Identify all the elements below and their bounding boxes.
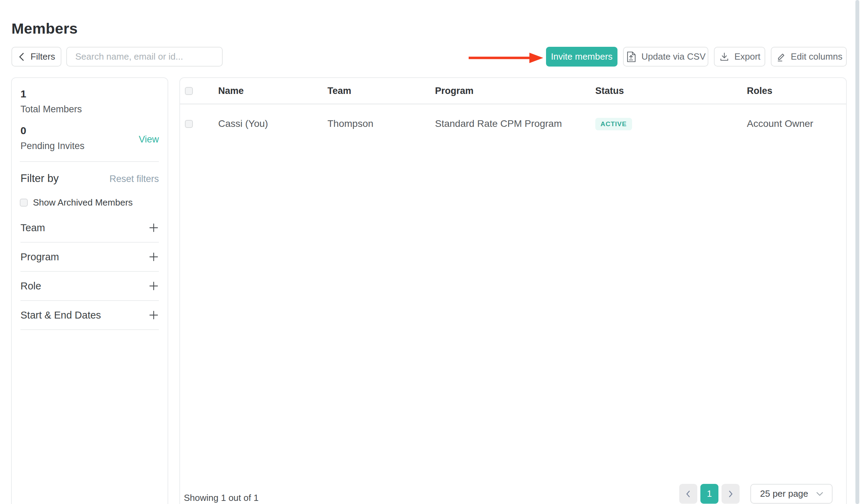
show-archived-checkbox[interactable] [20, 199, 28, 207]
filter-group-label: Role [20, 280, 41, 292]
chevron-left-icon [684, 489, 692, 498]
download-icon [719, 51, 730, 62]
page-number-button[interactable]: 1 [700, 484, 718, 504]
search-input[interactable] [66, 47, 223, 67]
pagination: 1 [679, 484, 740, 504]
showing-count-text: Showing 1 out of 1 [184, 493, 258, 504]
pencil-icon [775, 51, 786, 62]
export-button[interactable]: Export [714, 47, 765, 67]
member-team-cell: Thompson [327, 118, 435, 129]
export-label: Export [734, 51, 760, 62]
scrollbar-thumb[interactable] [855, 0, 859, 504]
filter-list: Team Program Role Start & End Dates [20, 214, 159, 330]
next-page-button[interactable] [722, 484, 740, 504]
sidebar-divider [20, 161, 159, 162]
plus-icon[interactable] [148, 310, 159, 320]
page-title: Members [11, 20, 78, 37]
filter-group-label: Start & End Dates [20, 310, 101, 321]
total-members-stat: 1 Total Members [20, 88, 159, 114]
per-page-value: 25 per page [760, 488, 808, 499]
filter-group-program[interactable]: Program [20, 243, 159, 272]
filters-button[interactable]: Filters [11, 47, 61, 67]
member-name-cell: Cassi (You) [218, 118, 327, 129]
members-table-panel: Name Team Program Status Roles Cassi (Yo… [179, 77, 847, 504]
member-roles-cell: Account Owner [747, 118, 846, 129]
reset-filters-link[interactable]: Reset filters [109, 174, 159, 184]
filter-group-label: Team [20, 222, 45, 234]
row-checkbox[interactable] [185, 120, 193, 128]
column-header-status: Status [595, 86, 747, 96]
table-header-row: Name Team Program Status Roles [180, 78, 846, 104]
plus-icon[interactable] [148, 281, 159, 291]
toolbar-right: Invite members Update via CSV Export [546, 47, 847, 67]
show-archived-label: Show Archived Members [33, 197, 133, 208]
column-header-program: Program [435, 86, 595, 96]
plus-icon[interactable] [148, 223, 159, 233]
filter-group-team[interactable]: Team [20, 214, 159, 243]
plus-icon[interactable] [148, 252, 159, 262]
scrollbar-track [855, 0, 860, 504]
filter-group-label: Program [20, 251, 59, 263]
column-header-name: Name [218, 86, 327, 96]
total-members-count: 1 [20, 88, 159, 99]
show-archived-row: Show Archived Members [20, 197, 159, 208]
column-header-roles: Roles [747, 86, 846, 96]
table-row[interactable]: Cassi (You) Thompson Standard Rate CPM P… [180, 104, 846, 143]
page-number-label: 1 [707, 488, 712, 499]
filter-group-role[interactable]: Role [20, 272, 159, 301]
file-upload-icon [626, 51, 637, 63]
total-members-label: Total Members [20, 104, 159, 114]
sidebar-panel: 1 Total Members 0 Pending Invites View F… [11, 77, 168, 504]
pending-invites-count: 0 [20, 125, 159, 136]
member-program-cell: Standard Rate CPM Program [435, 118, 595, 129]
status-badge: ACTIVE [595, 118, 632, 130]
toolbar-left: Filters [11, 47, 223, 67]
pending-invites-stat: 0 Pending Invites View [20, 125, 159, 151]
filter-group-start-end-dates[interactable]: Start & End Dates [20, 301, 159, 330]
filter-by-title: Filter by [20, 172, 59, 185]
edit-columns-button[interactable]: Edit columns [771, 47, 847, 67]
update-via-csv-button[interactable]: Update via CSV [623, 47, 708, 67]
member-status-cell: ACTIVE [595, 118, 747, 130]
annotation-arrow [468, 51, 544, 64]
chevron-down-icon [815, 491, 824, 497]
chevron-right-icon [727, 489, 734, 498]
invite-members-button[interactable]: Invite members [546, 47, 617, 67]
column-header-team: Team [327, 86, 435, 96]
view-pending-invites-link[interactable]: View [139, 134, 159, 145]
previous-page-button[interactable] [679, 484, 697, 504]
member-stats: 1 Total Members 0 Pending Invites View [12, 78, 168, 151]
filters-button-label: Filters [31, 51, 55, 62]
per-page-select[interactable]: 25 per page [750, 484, 833, 504]
table-footer: Showing 1 out of 1 1 25 per page [184, 484, 833, 504]
invite-members-label: Invite members [551, 51, 613, 62]
select-all-checkbox[interactable] [185, 87, 193, 95]
chevron-left-icon [18, 52, 26, 62]
update-via-csv-label: Update via CSV [641, 51, 706, 62]
pending-invites-label: Pending Invites [20, 141, 159, 151]
edit-columns-label: Edit columns [791, 51, 843, 62]
